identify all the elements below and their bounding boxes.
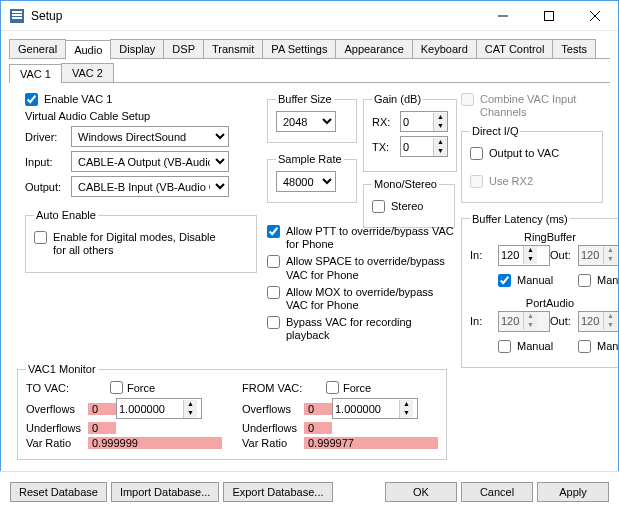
to-force-checkbox[interactable] <box>110 381 123 394</box>
port-out-spinner: ▲▼ <box>578 311 619 332</box>
buffer-legend: Buffer Size <box>276 93 334 105</box>
tab-dsp[interactable]: DSP <box>163 39 204 58</box>
vac-setup-legend: Virtual Audio Cable Setup <box>25 110 257 122</box>
vac1-monitor-group: VAC1 Monitor TO VAC: Force Overflows 0 ▲… <box>17 363 447 460</box>
buffer-group: Buffer Size 2048 <box>267 93 357 143</box>
tab-vac1[interactable]: VAC 1 <box>9 64 62 83</box>
tab-transmit[interactable]: Transmit <box>203 39 263 58</box>
maximize-button[interactable] <box>526 1 572 31</box>
bypass-recording-checkbox[interactable] <box>267 316 280 329</box>
cancel-button[interactable]: Cancel <box>461 482 533 502</box>
ring-in-manual-checkbox[interactable] <box>498 274 511 287</box>
enable-vac-checkbox[interactable] <box>25 93 38 106</box>
to-underflows-value: 0 <box>88 422 116 434</box>
portaudio-label: PortAudio <box>470 297 619 309</box>
ring-out-spinner: ▲▼ <box>578 245 619 266</box>
auto-enable-legend: Auto Enable <box>34 209 98 221</box>
input-select[interactable]: CABLE-A Output (VB-Audio C <box>71 151 229 172</box>
ring-in-spinner[interactable]: ▲▼ <box>498 245 550 266</box>
sample-group: Sample Rate 48000 <box>267 153 357 203</box>
port-out-label: Out: <box>550 315 578 327</box>
ring-in-label: In: <box>470 249 498 261</box>
ringbuffer-label: RingBuffer <box>470 231 619 243</box>
apply-button[interactable]: Apply <box>537 482 609 502</box>
ring-out-label: Out: <box>550 249 578 261</box>
driver-label: Driver: <box>25 131 67 143</box>
from-overflows-label: Overflows <box>242 403 304 415</box>
minimize-button[interactable] <box>480 1 526 31</box>
from-force-label: Force <box>343 382 371 394</box>
tx-label: TX: <box>372 141 396 153</box>
import-database-button[interactable]: Import Database... <box>111 482 220 502</box>
buffer-select[interactable]: 2048 <box>276 111 336 132</box>
bypass-recording-label: Bypass VAC for recording playback <box>286 316 456 342</box>
titlebar: Setup <box>1 1 618 31</box>
to-ratio-spinner[interactable]: ▲▼ <box>116 398 202 419</box>
from-overflows-value: 0 <box>304 403 332 415</box>
output-to-vac-checkbox[interactable] <box>470 147 483 160</box>
tab-pa-settings[interactable]: PA Settings <box>262 39 336 58</box>
to-var-label: Var Ratio <box>26 437 88 449</box>
mox-override-checkbox[interactable] <box>267 286 280 299</box>
to-vac-label: TO VAC: <box>26 382 106 394</box>
directiq-group: Direct I/Q Output to VAC Use RX2 <box>461 125 603 202</box>
combine-vac-checkbox <box>461 93 474 106</box>
tab-appearance[interactable]: Appearance <box>335 39 412 58</box>
to-underflows-label: Underflows <box>26 422 88 434</box>
stereo-label: Stereo <box>391 200 423 213</box>
mono-legend: Mono/Stereo <box>372 178 439 190</box>
app-icon <box>9 8 25 24</box>
svg-rect-1 <box>12 11 22 13</box>
mox-override-label: Allow MOX to override/bypass VAC for Pho… <box>286 286 456 312</box>
space-override-checkbox[interactable] <box>267 255 280 268</box>
tx-gain-spinner[interactable]: ▲▼ <box>400 136 448 157</box>
from-var-label: Var Ratio <box>242 437 304 449</box>
svg-rect-5 <box>545 11 554 20</box>
content-area: Enable VAC 1 Virtual Audio Cable Setup D… <box>1 83 618 99</box>
gain-legend: Gain (dB) <box>372 93 423 105</box>
from-underflows-value: 0 <box>304 422 332 434</box>
use-rx2-label: Use RX2 <box>489 175 533 188</box>
from-var-value: 0.999977 <box>304 437 438 449</box>
output-label: Output: <box>25 181 67 193</box>
tab-general[interactable]: General <box>9 39 66 58</box>
latency-group: Buffer Latency (ms) RingBuffer In: ▲▼ Ou… <box>461 213 619 368</box>
sample-select[interactable]: 48000 <box>276 171 336 192</box>
footer: Reset Database Import Database... Export… <box>0 471 619 512</box>
close-button[interactable] <box>572 1 618 31</box>
tab-keyboard[interactable]: Keyboard <box>412 39 477 58</box>
svg-rect-3 <box>12 17 22 19</box>
tab-vac2[interactable]: VAC 2 <box>61 63 114 82</box>
stereo-checkbox[interactable] <box>372 200 385 213</box>
export-database-button[interactable]: Export Database... <box>223 482 332 502</box>
tab-audio[interactable]: Audio <box>65 40 111 59</box>
main-tabs: General Audio Display DSP Transmit PA Se… <box>9 39 610 59</box>
from-vac-label: FROM VAC: <box>242 382 322 394</box>
rx-label: RX: <box>372 116 396 128</box>
from-underflows-label: Underflows <box>242 422 304 434</box>
enable-vac-label: Enable VAC 1 <box>44 93 112 106</box>
tab-display[interactable]: Display <box>110 39 164 58</box>
from-force-checkbox[interactable] <box>326 381 339 394</box>
driver-select[interactable]: Windows DirectSound <box>71 126 229 147</box>
latency-legend: Buffer Latency (ms) <box>470 213 570 225</box>
to-overflows-label: Overflows <box>26 403 88 415</box>
to-force-label: Force <box>127 382 155 394</box>
tab-cat-control[interactable]: CAT Control <box>476 39 554 58</box>
sub-tabs: VAC 1 VAC 2 <box>9 63 610 83</box>
output-select[interactable]: CABLE-B Input (VB-Audio Ca <box>71 176 229 197</box>
auto-enable-label: Enable for Digital modes, Disable for al… <box>53 231 223 257</box>
ring-out-manual-checkbox[interactable] <box>578 274 591 287</box>
from-ratio-spinner[interactable]: ▲▼ <box>332 398 418 419</box>
ptt-override-checkbox[interactable] <box>267 225 280 238</box>
auto-enable-checkbox[interactable] <box>34 231 47 244</box>
rx-gain-spinner[interactable]: ▲▼ <box>400 111 448 132</box>
auto-enable-group: Auto Enable Enable for Digital modes, Di… <box>25 209 257 272</box>
port-in-manual-checkbox[interactable] <box>498 340 511 353</box>
to-var-value: 0.999999 <box>88 437 222 449</box>
reset-database-button[interactable]: Reset Database <box>10 482 107 502</box>
ok-button[interactable]: OK <box>385 482 457 502</box>
port-out-manual-checkbox[interactable] <box>578 340 591 353</box>
tab-tests[interactable]: Tests <box>552 39 596 58</box>
vac1-monitor-legend: VAC1 Monitor <box>26 363 98 375</box>
